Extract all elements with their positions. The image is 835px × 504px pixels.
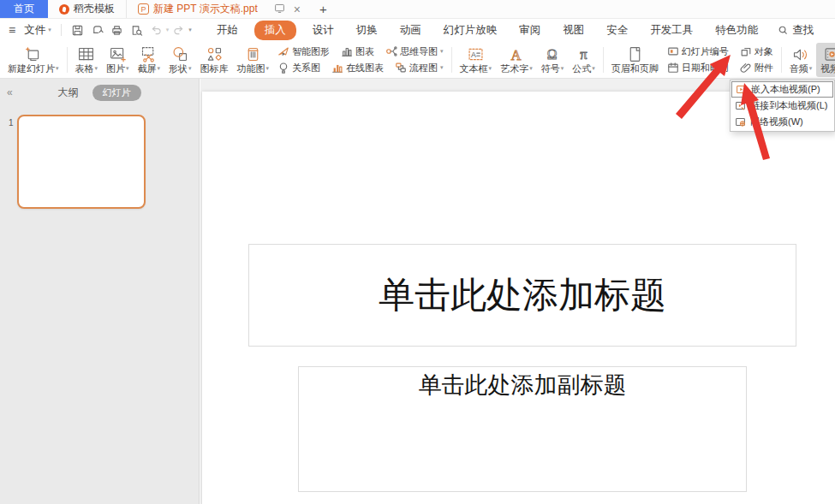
search-button[interactable]: 查找 [769,23,822,38]
speaker-icon [791,44,809,63]
subtitle-placeholder-text: 单击此处添加副标题 [419,372,627,398]
header-footer-icon [626,44,644,63]
function-diagram-button[interactable]: 功能图 ▾ [233,43,274,77]
title-placeholder-text: 单击此处添加标题 [379,271,666,319]
tab-docer-templates[interactable]: 稻壳模板 [48,0,127,18]
embed-video-icon [736,84,747,95]
icon-library-button[interactable]: 图标库 [196,43,233,77]
menu-item-slideshow[interactable]: 幻灯片放映 [432,21,509,40]
subtitle-placeholder[interactable]: 单击此处添加副标题 [298,366,747,492]
attachment-button[interactable]: 附件 [740,62,773,74]
picture-icon [109,44,127,63]
online-chart-icon [331,62,343,74]
chevron-down-icon: ▾ [561,65,564,72]
new-tab-button[interactable]: + [319,0,327,18]
shapes-icon [171,44,189,63]
chevron-down-icon: ▾ [56,65,59,72]
video-button[interactable]: 视频 ▾ [816,43,835,77]
export-button[interactable] [87,22,107,39]
video-dropdown-menu: 嵌入本地视频(P) 链接到本地视频(L) 网络视频(W) [730,80,835,132]
relation-diagram-button[interactable]: 关系图 [277,62,320,74]
flow-chart-button[interactable]: 流程图 ▾ [395,62,444,74]
symbol-button[interactable]: Ω 符号 ▾ [537,43,569,77]
toolbar-button-label: 图片 ▾ [106,63,129,74]
menu-items: 开始 插入 设计 切换 动画 幻灯片放映 审阅 视图 安全 开发工具 特色功能 … [206,21,823,40]
menu-item-start[interactable]: 开始 [206,21,249,40]
insert-ribbon-toolbar: 新建幻灯片 ▾ 表格 ▾ 图片 ▾ [0,41,835,79]
new-slide-button[interactable]: 新建幻灯片 ▾ [3,43,63,77]
formula-button[interactable]: π 公式 ▾ [568,43,599,77]
shapes-button[interactable]: 形状 ▾ [164,43,196,77]
chevron-down-icon: ▾ [592,65,595,72]
smart-graphic-button[interactable]: 智能图形 [277,45,330,58]
insert-meta-group: 幻灯片编号 对象 日期和时间 [663,43,778,77]
menu-item-view[interactable]: 视图 [552,21,595,40]
picture-button[interactable]: 图片 ▾ [102,43,134,77]
web-video-icon [735,116,746,127]
hamburger-menu-icon[interactable]: ≡ [9,23,15,37]
search-label: 查找 [792,23,814,38]
header-footer-button[interactable]: 页眉和页脚 [607,43,663,77]
object-icon [740,45,752,57]
online-chart-button[interactable]: 在线图表 [331,62,384,74]
formula-pi-icon: π [575,44,593,63]
chevron-down-icon: ▾ [48,27,51,33]
editor-canvas: 单击此处添加标题 单击此处添加副标题 [200,79,835,504]
menu-item-review[interactable]: 审阅 [508,21,552,40]
menu-bar: ≡ 文件 ▾ ▾ [0,19,835,41]
menu-item-web-video[interactable]: 网络视频(W) [731,114,833,130]
chevron-down-icon: ▾ [440,64,444,71]
chevron-down-icon: ▾ [126,65,129,72]
mind-map-icon [385,45,397,57]
search-icon [778,25,789,36]
word-art-icon: A [507,44,525,63]
tab-home[interactable]: 首页 [0,0,48,18]
slide-panel: « 大纲 幻灯片 1 [0,79,200,504]
outline-tab[interactable]: 大纲 [58,86,79,100]
menu-item-transition[interactable]: 切换 [345,21,389,40]
menu-item-design[interactable]: 设计 [301,21,345,40]
word-art-button[interactable]: A 艺术字 ▾ [496,43,537,77]
undo-button[interactable] [146,22,166,39]
screenshot-scissors-icon [140,44,158,63]
object-button[interactable]: 对象 [740,45,773,58]
table-icon [77,44,95,63]
screenshot-button[interactable]: 截屏 ▾ [134,43,165,77]
menu-item-link-local-video[interactable]: 链接到本地视频(L) [731,98,833,114]
text-box-button[interactable]: A 文本框 ▾ [456,43,497,77]
workspace: « 大纲 幻灯片 1 单击此处添加标题 单击此处添加副标题 [0,79,835,504]
date-time-button[interactable]: 日期和时间 [667,62,729,74]
menu-item-security[interactable]: 安全 [595,21,639,40]
toolbar-options-caret-icon[interactable]: ▾ [188,27,192,33]
file-menu-button[interactable]: 文件 ▾ [21,23,55,38]
redo-button[interactable] [169,22,188,39]
slides-tab[interactable]: 幻灯片 [92,85,141,101]
relation-diagram-icon [277,62,289,74]
svg-text:A: A [511,47,522,63]
menu-item-insert[interactable]: 插入 [254,21,296,40]
menu-item-animation[interactable]: 动画 [389,21,432,40]
chevron-down-icon: ▾ [95,65,98,72]
audio-button[interactable]: 音频 ▾ [785,43,817,77]
print-button[interactable] [107,22,127,39]
chevron-down-icon: ▾ [809,65,813,72]
divider [451,47,452,73]
table-button[interactable]: 表格 ▾ [71,43,103,77]
split-screen-icon[interactable] [274,2,285,17]
tab-close-icon[interactable]: × [294,3,301,15]
menu-item-devtools[interactable]: 开发工具 [639,21,704,40]
print-preview-button[interactable] [127,22,146,39]
link-video-icon [735,100,746,111]
menu-item-embed-local-video[interactable]: 嵌入本地视频(P) [731,81,833,98]
slide-editing-area[interactable]: 单击此处添加标题 单击此处添加副标题 [202,92,835,504]
slide-number-button[interactable]: 幻灯片编号 [667,45,729,58]
title-placeholder[interactable]: 单击此处添加标题 [248,244,796,347]
mind-map-button[interactable]: 思维导图 ▾ [385,45,444,58]
tab-document[interactable]: P 新建 PPT 演示文稿.ppt [127,0,269,18]
toolbar-button-label: 页眉和页脚 [611,63,659,74]
save-button[interactable] [68,22,87,39]
chart-button[interactable]: 图表 [341,45,374,58]
slide-thumbnail[interactable] [17,115,146,209]
collapse-panel-icon[interactable]: « [7,86,13,98]
menu-item-features[interactable]: 特色功能 [704,21,769,40]
